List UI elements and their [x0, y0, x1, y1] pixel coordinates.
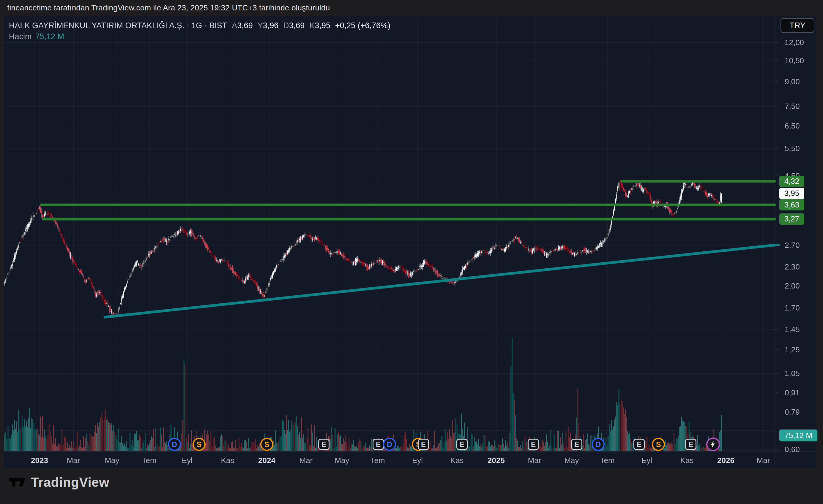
price-tick-label: 0,60	[785, 445, 800, 454]
time-tick-label: 2023	[31, 456, 48, 465]
dividend-marker[interactable]: D	[383, 438, 396, 451]
symbol-title: HALK GAYRİMENKUL YATIRIM ORTAKLIĞI A.Ş. …	[9, 21, 227, 30]
ohlc-prefix: D	[283, 21, 289, 30]
attribution-text: fineancetime tarafından TradingView.com …	[7, 3, 330, 12]
earnings-marker[interactable]: E	[528, 439, 539, 450]
time-tick-label: Mar	[300, 456, 313, 465]
time-tick-label: May	[335, 456, 349, 465]
tradingview-logo-text: TradingView	[31, 475, 109, 490]
time-tick-label: May	[105, 456, 119, 465]
price-tick-label: 9,00	[785, 77, 800, 86]
price-tick-label: 0,79	[785, 408, 800, 417]
price-change: +0,25 (+6,76%)	[335, 21, 390, 30]
ohlc-value: 3,95	[315, 21, 330, 30]
time-tick-label: Mar	[528, 456, 541, 465]
tradingview-logo[interactable]: TradingView	[9, 475, 109, 490]
price-tick-label: 10,50	[785, 56, 804, 65]
level-price-badge: 3,63	[779, 199, 804, 211]
time-tick-label: Tem	[600, 456, 615, 465]
time-tick-label: 2026	[717, 456, 734, 465]
time-tick-label: Kas	[451, 456, 464, 465]
split-marker[interactable]: S	[652, 438, 665, 451]
ohlc-prefix: Y	[258, 21, 263, 30]
last-price-badge: 3,95	[779, 188, 804, 199]
currency-button[interactable]: TRY	[781, 18, 814, 33]
price-tick-label: 2,30	[785, 262, 800, 272]
earnings-marker[interactable]: E	[372, 439, 384, 450]
flash-marker[interactable]	[706, 438, 720, 451]
price-tick-label: 6,50	[785, 121, 800, 130]
price-tick-label: 2,00	[785, 281, 800, 290]
time-tick-label: Eyl	[641, 456, 652, 465]
time-tick-label: 2024	[258, 456, 276, 465]
ohlc-value: 3,69	[237, 21, 253, 30]
time-tick-label: Eyl	[412, 456, 423, 465]
time-tick-label: Tem	[142, 456, 156, 465]
symbol-legend: HALK GAYRİMENKUL YATIRIM ORTAKLIĞI A.Ş. …	[9, 21, 390, 30]
tradingview-logo-icon	[9, 478, 25, 487]
dividend-marker[interactable]: D	[168, 438, 181, 451]
dividend-marker[interactable]: D	[592, 438, 605, 451]
earnings-marker[interactable]: E	[418, 439, 429, 450]
volume-label: Hacim	[9, 32, 32, 41]
earnings-marker[interactable]: E	[685, 439, 696, 450]
chart-frame[interactable]: HALK GAYRİMENKUL YATIRIM ORTAKLIĞI A.Ş. …	[4, 16, 816, 468]
ohlc-prefix: K	[309, 21, 315, 30]
ohlc-value: 3,96	[263, 21, 279, 30]
price-tick-label: 2,70	[785, 240, 800, 250]
time-tick-label: Tem	[370, 456, 385, 465]
price-tick-label: 7,50	[785, 102, 800, 111]
time-tick-label: May	[564, 456, 579, 465]
level-price-badge: 3,27	[779, 213, 804, 225]
price-tick-label: 5,50	[785, 144, 800, 153]
time-tick-label: Kas	[221, 456, 234, 465]
price-tick-label: 1,70	[785, 303, 800, 312]
level-price-badge: 4,32	[779, 176, 804, 187]
earnings-marker[interactable]: E	[633, 439, 645, 450]
ohlc-value: 3,69	[289, 21, 305, 30]
price-tick-label: 1,45	[785, 325, 800, 334]
time-tick-label: 2025	[488, 456, 505, 465]
volume-value: 75,12 M	[35, 32, 64, 41]
volume-legend: Hacim75,12 M	[9, 32, 64, 41]
ohlc-prefix: A	[232, 21, 237, 30]
split-marker[interactable]: S	[192, 438, 206, 451]
price-tick-label: 1,05	[785, 368, 800, 378]
earnings-marker[interactable]: E	[571, 439, 582, 450]
price-tick-label: 0,91	[785, 388, 800, 398]
time-tick-label: Mar	[757, 456, 770, 465]
price-chart-canvas[interactable]	[4, 16, 816, 468]
earnings-marker[interactable]: E	[456, 439, 468, 450]
time-tick-label: Kas	[680, 456, 694, 465]
time-tick-label: Mar	[67, 456, 80, 465]
earnings-marker[interactable]: E	[318, 439, 329, 450]
time-tick-label: Eyl	[182, 456, 192, 465]
price-tick-label: 1,25	[785, 345, 800, 354]
volume-value-badge: 75,12 M	[779, 430, 817, 441]
price-tick-label: 12,00	[785, 38, 804, 47]
split-marker[interactable]: S	[260, 438, 273, 451]
